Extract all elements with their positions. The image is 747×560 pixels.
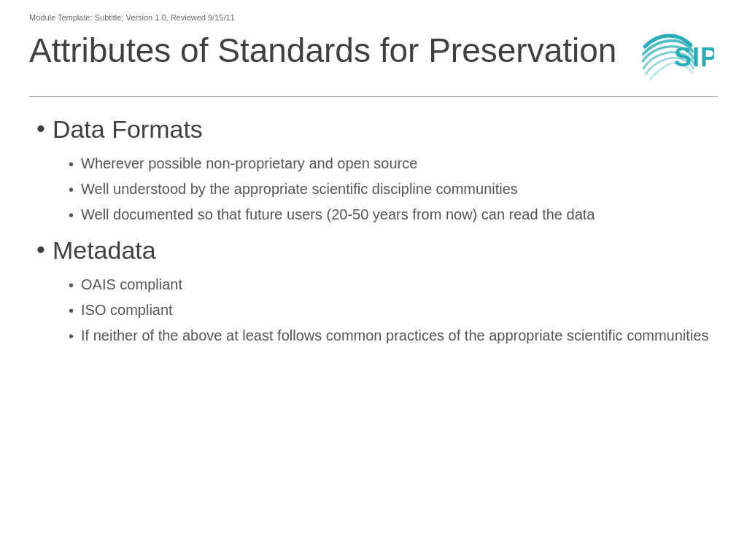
bullet-l2-4: • xyxy=(69,275,74,295)
level2-list-data-formats: • Wherever possible non-proprietary and … xyxy=(69,153,718,225)
svg-text:SIP: SIP xyxy=(674,42,714,72)
level2-list-metadata: • OAIS compliant • ISO compliant • If ne… xyxy=(69,274,718,346)
bullet-l2-5: • xyxy=(69,300,74,321)
list-item: • Well understood by the appropriate sci… xyxy=(69,179,718,200)
slide-title: Attributes of Standards for Preservation xyxy=(29,32,630,69)
bullet-l1-data-formats: • xyxy=(36,116,45,141)
bullet-l1-metadata: • xyxy=(36,237,45,262)
content-area: • Data Formats • Wherever possible non-p… xyxy=(29,114,718,346)
level2-text-1: Wherever possible non-proprietary and op… xyxy=(81,153,417,174)
list-item: • ISO compliant xyxy=(69,300,718,321)
header-area: Attributes of Standards for Preservation xyxy=(29,32,718,90)
bullet-l2-2: • xyxy=(69,179,74,200)
level2-text-4: OAIS compliant xyxy=(81,274,182,295)
bullet-l2-6: • xyxy=(69,326,74,346)
logo-area: SIP xyxy=(630,25,718,90)
list-item: • OAIS compliant xyxy=(69,274,718,295)
level2-text-3: Well documented so that future users (20… xyxy=(81,204,595,225)
bullet-l2-3: • xyxy=(69,205,74,225)
slide: Module Template: Subtitle; Version 1.0, … xyxy=(0,0,747,560)
level2-text-2: Well understood by the appropriate scien… xyxy=(81,179,518,199)
level2-text-6: If neither of the above at least follows… xyxy=(81,325,708,346)
list-item: • If neither of the above at least follo… xyxy=(69,325,718,346)
level2-text-5: ISO compliant xyxy=(81,300,173,320)
list-item: • Data Formats xyxy=(36,114,718,144)
level1-label-metadata: Metadata xyxy=(53,236,156,265)
bullet-l2-1: • xyxy=(69,154,74,174)
sip-logo-icon: SIP xyxy=(634,28,714,87)
list-item: • Wherever possible non-proprietary and … xyxy=(69,153,718,174)
list-item: • Well documented so that future users (… xyxy=(69,204,718,225)
list-item: • Metadata xyxy=(36,236,718,265)
section-divider xyxy=(29,96,718,97)
level1-label-data-formats: Data Formats xyxy=(53,114,203,144)
module-template-label: Module Template: Subtitle; Version 1.0, … xyxy=(29,13,718,22)
